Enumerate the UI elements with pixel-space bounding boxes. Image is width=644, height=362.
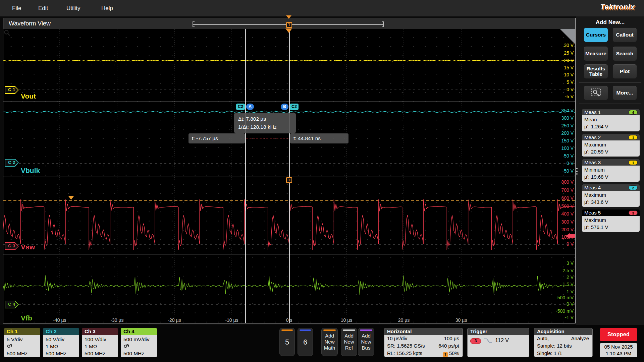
channel-badge-header: Ch 2 <box>43 328 79 335</box>
channel-5-button[interactable]: 5 <box>279 328 295 356</box>
acquisition-sample: Sample: 12 bits <box>534 342 592 350</box>
cursor-delta-readout: Δt: 7.802 µs 1/Δt: 128.18 kHz <box>234 113 296 133</box>
add-search-button[interactable]: Search <box>612 46 637 61</box>
run-stop-status-button[interactable]: Stopped <box>600 328 637 341</box>
trigger-marker-icon[interactable] <box>285 28 292 33</box>
axis-label: 20 V <box>523 58 574 63</box>
meas-type: Mean <box>584 116 637 123</box>
meas-value: µ': 19.68 V <box>584 173 637 180</box>
time-axis-label: -20 µs <box>159 317 190 323</box>
menu-edit[interactable]: Edit <box>34 0 53 16</box>
channel-coupling <box>123 343 154 350</box>
meas-value: µ': 20.59 V <box>584 148 637 155</box>
channel-coupling: 1 MΩ <box>46 343 76 350</box>
axis-label: 0 V <box>523 301 574 307</box>
channel-badge-header: Ch 1 <box>4 328 40 335</box>
meas-5-badge[interactable]: Meas 5 3 Maximum µ': 576.1 V <box>582 209 640 232</box>
add-measure-button[interactable]: Measure <box>584 46 608 61</box>
acquisition-analyze: Analyze <box>571 335 589 342</box>
cursor-a-source-badge[interactable]: C2 <box>236 104 245 110</box>
trigger-badge[interactable]: Trigger 3 112 V <box>467 328 529 357</box>
datetime-display: 05 Nov 2025 1:10:43 PM <box>600 343 637 357</box>
inv-delta-t-value: 1/Δt: 128.18 kHz <box>238 123 292 131</box>
meas-source-badge: 1 <box>629 135 638 140</box>
meas-type: Minimum <box>584 166 637 173</box>
channel-scale: 500 mV/div <box>123 336 154 343</box>
channel-label-vsw[interactable]: Vsw <box>21 243 35 251</box>
add-new-ref-button[interactable]: Add New Ref <box>341 328 357 356</box>
channel-label-vbulk[interactable]: Vbulk <box>21 167 40 175</box>
zoom-overview-button[interactable] <box>560 29 575 45</box>
channel-2-badge[interactable]: Ch 2 50 V/div 1 MΩ 500 MHz <box>43 328 79 357</box>
channel-bandwidth: 500 MHz <box>85 350 115 357</box>
meas-label: Meas 3 <box>584 160 601 165</box>
add-callout-button[interactable]: Callout <box>612 27 637 42</box>
channel-label-vout[interactable]: Vout <box>21 92 36 100</box>
cursor-b-line[interactable] <box>289 29 290 323</box>
add-new-bus-button[interactable]: Add New Bus <box>358 328 374 356</box>
meas-1-badge[interactable]: Meas 1 4 Mean µ': 1.264 V <box>582 109 640 131</box>
magnifier-icon <box>3 29 11 37</box>
horizontal-header: Horizontal <box>384 328 463 335</box>
meas-value: µ': 343.6 V <box>584 198 637 205</box>
more-button[interactable]: More... <box>612 85 637 100</box>
meas-4-badge[interactable]: Meas 4 2 Maximum µ': 343.6 V <box>582 184 640 207</box>
menu-help[interactable]: Help <box>97 0 118 16</box>
panel-resize-handle[interactable] <box>576 167 578 176</box>
meas-value: µ': 1.264 V <box>584 123 637 130</box>
trigger-level: 112 V <box>495 338 509 343</box>
channel-6-button[interactable]: 6 <box>298 328 313 356</box>
meas-source-badge: 1 <box>629 160 638 165</box>
trigger-t-marker[interactable]: T <box>286 177 292 183</box>
add-new-math-button[interactable]: Add New Math <box>321 328 338 356</box>
sample-resolution: 640 ps/pt <box>438 342 459 350</box>
zoom-select-button[interactable] <box>584 85 608 100</box>
menu-utility[interactable]: Utility <box>62 0 85 16</box>
tektronix-logo: Tektronix <box>600 3 635 11</box>
graticule[interactable]: 30 V25 V20 V15 V10 V5 V0 V-5 V350 V300 V… <box>3 29 575 323</box>
reference-level-marker-icon[interactable] <box>68 196 74 200</box>
channel-label-vfb[interactable]: Vfb <box>21 314 32 322</box>
axis-label: 1 V <box>523 289 574 294</box>
add-cursors-button[interactable]: Cursors <box>584 27 608 42</box>
trigger-position-icon[interactable] <box>286 15 291 19</box>
horizontal-badge[interactable]: Horizontal 10 µs/div 100 µs SR: 1.5625 G… <box>384 328 463 357</box>
cursor-b-badge[interactable]: B <box>281 104 288 110</box>
zoom-select-icon <box>591 88 601 98</box>
axis-label: 2.5 V <box>523 268 574 273</box>
channel-bandwidth: 500 MHz <box>7 350 38 357</box>
acquisition-badge[interactable]: Acquisition Auto, Analyze Sample: 12 bit… <box>534 328 593 357</box>
add-results-table-button[interactable]: Results Table <box>584 64 608 79</box>
time-axis-label: 30 µs <box>446 317 476 323</box>
cursor-a-line[interactable] <box>245 29 246 323</box>
meas-type: Maximum <box>584 141 637 148</box>
meas-2-badge[interactable]: Meas 2 1 Maximum µ': 20.59 V <box>582 134 640 157</box>
trigger-t-icon[interactable]: T <box>286 22 292 28</box>
channel-3-badge[interactable]: Ch 3 100 V/div 1 MΩ 500 MHz <box>82 328 118 357</box>
cursor-b-source-badge[interactable]: C2 <box>290 104 299 110</box>
meas-type: Maximum <box>584 217 637 224</box>
meas-source-badge: 4 <box>629 110 638 115</box>
menu-file[interactable]: File <box>7 0 26 16</box>
channel-bandwidth: 500 MHz <box>123 350 154 357</box>
channel-1-badge[interactable]: Ch 1 5 V/div 500 MHz <box>4 328 40 357</box>
trigger-header: Trigger <box>468 328 529 335</box>
channel-coupling: 1 MΩ <box>85 343 115 350</box>
axis-label: 0 V <box>523 161 574 166</box>
meas-label: Meas 5 <box>584 210 601 216</box>
record-length: RL: 156.25 kpts <box>387 350 422 356</box>
channel-badge-header: Ch 4 <box>121 328 157 335</box>
axis-label: 250 V <box>523 123 574 128</box>
cursor-a-badge[interactable]: A <box>246 104 254 110</box>
axis-label: 50 V <box>523 153 574 159</box>
acquisition-mode: Auto, <box>537 336 549 341</box>
axis-label: 0 V <box>523 87 574 92</box>
add-plot-button[interactable]: Plot <box>612 64 637 79</box>
channel-coupling <box>7 343 38 350</box>
axis-label: 25 V <box>523 50 574 56</box>
meas-3-badge[interactable]: Meas 3 1 Minimum µ': 19.68 V <box>582 159 640 182</box>
axis-label: 800 V <box>523 179 574 185</box>
axis-label: -50 V <box>523 168 574 174</box>
axis-label: -1 V <box>523 315 574 320</box>
channel-4-badge[interactable]: Ch 4 500 mV/div 500 MHz <box>121 328 157 357</box>
